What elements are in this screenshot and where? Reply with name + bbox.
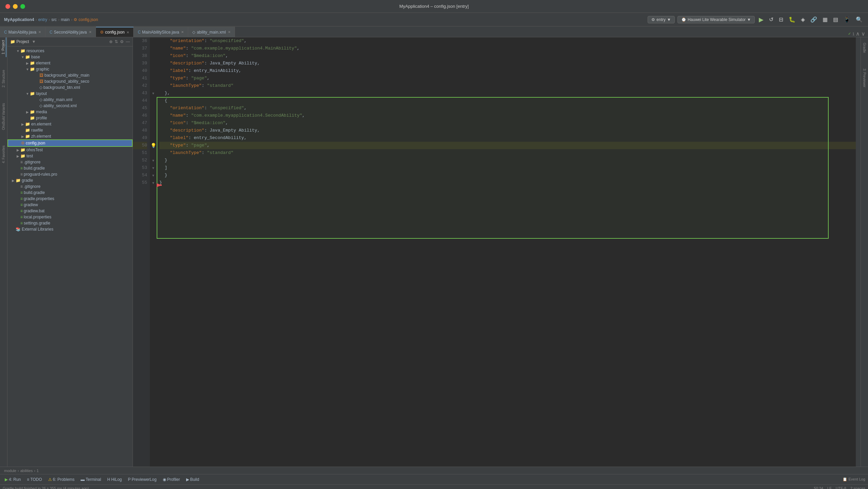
tree-bg-seco[interactable]: 🖼 background_ability_seco <box>7 78 133 84</box>
tab-config-json[interactable]: ⚙ config.json ✕ <box>96 27 134 37</box>
tree-base[interactable]: ▼ 📁 base <box>7 54 133 60</box>
tab-close-2[interactable]: ✕ <box>126 31 129 34</box>
coverage-button[interactable]: ▦ <box>821 15 829 24</box>
problems-panel[interactable]: ⚠ 6: Problems <box>46 476 77 483</box>
close-button[interactable] <box>5 4 10 9</box>
tab-close-3[interactable]: ✕ <box>181 30 184 34</box>
tree-local-props[interactable]: ≡ local.properties <box>7 214 133 220</box>
expand-icon[interactable]: ∧ <box>856 31 860 37</box>
tree-gradle-props[interactable]: ≡ gradle.properties <box>7 196 133 202</box>
editor-scrollbar[interactable] <box>856 37 861 467</box>
sidebar-item-ohos[interactable]: OhsBuild Variants <box>1 100 6 133</box>
breadcrumb-main[interactable]: main <box>61 17 70 22</box>
tab-xml-icon: ◇ <box>192 30 195 35</box>
breadcrumb-file[interactable]: ⚙ config.json <box>74 17 98 22</box>
minimize-button[interactable] <box>13 4 18 9</box>
window-controls[interactable] <box>5 4 25 9</box>
run-panel[interactable]: ▶ 4: Run <box>3 476 23 483</box>
tree-bg-main[interactable]: 🖼 background_ability_main <box>7 72 133 78</box>
tab-second-ability[interactable]: C SecondAbility.java ✕ <box>45 27 96 37</box>
tree-build-gradle2[interactable]: ≡ build.gradle <box>7 190 133 196</box>
breadcrumb-app[interactable]: MyApplication4 <box>4 17 34 22</box>
todo-panel[interactable]: ≡ TODO <box>25 476 44 483</box>
header-dropdown[interactable]: ▼ <box>32 39 36 44</box>
code-content[interactable]: "orientation": "unspecified", "name": "c… <box>157 37 856 467</box>
bottom-toolbar: ▶ 4: Run ≡ TODO ⚠ 6: Problems ▬ Terminal… <box>0 474 868 484</box>
locate-icon[interactable]: ⊕ <box>109 39 113 44</box>
attach-button[interactable]: 🔗 <box>809 15 818 24</box>
hilog-panel[interactable]: H HiLog <box>105 476 124 483</box>
tree-zh-element[interactable]: ▶ 📁 zh.element <box>7 133 133 139</box>
terminal-panel[interactable]: ▬ Terminal <box>79 476 103 483</box>
bc-1[interactable]: 1 <box>37 469 39 473</box>
tree-ability-second-xml[interactable]: ◇ ability_second.xml <box>7 103 133 109</box>
profile-button[interactable]: ◈ <box>800 15 806 24</box>
tree-build-gradle[interactable]: ≡ build.gradle <box>7 165 133 171</box>
tree-en-element[interactable]: ▶ 📁 en.element <box>7 121 133 127</box>
profiler-panel[interactable]: ◉ Profiler <box>161 476 182 483</box>
gradle-panel[interactable]: Gradle <box>862 40 867 56</box>
tree-profile[interactable]: 📁 profile <box>7 115 133 121</box>
tree-bg-btn[interactable]: ◇ background_btn.xml <box>7 84 133 91</box>
device-button[interactable]: 📱 <box>842 15 852 24</box>
indent-settings[interactable]: 2 spaces <box>850 486 865 489</box>
tab-close-1[interactable]: ✕ <box>89 30 92 34</box>
cursor-position[interactable]: 50:24 <box>814 486 823 489</box>
close-tree-icon[interactable]: — <box>126 39 130 44</box>
tree-ohostest[interactable]: ▶ 📁 ohosTest <box>7 147 133 153</box>
encoding[interactable]: UTF-8 <box>836 486 846 489</box>
tree-rawfile[interactable]: 📁 rawfile <box>7 127 133 133</box>
build-panel[interactable]: ▶ Build <box>184 476 201 483</box>
tab-close-0[interactable]: ✕ <box>38 30 41 34</box>
line-gutter: ▼ 💡 ▼ ▼ ▼ ▼ <box>150 37 157 467</box>
hint-icon[interactable]: 💡 <box>151 143 156 148</box>
tree-proguard[interactable]: ≡ proguard-rules.pro <box>7 171 133 177</box>
stop-button[interactable]: ⊟ <box>777 15 785 24</box>
event-log-link[interactable]: 📋 Event Log <box>843 477 865 482</box>
tree-settings-gradle[interactable]: ≡ settings.gradle <box>7 220 133 226</box>
breadcrumb-src[interactable]: src <box>51 17 57 22</box>
tree-gradlew-bat[interactable]: ≡ gradlew.bat <box>7 208 133 214</box>
tree-element[interactable]: ▶ 📁 element <box>7 60 133 66</box>
left-sidebar-tabs: 1: Project 2: Structure OhsBuild Variant… <box>0 37 7 467</box>
tab-main-ability[interactable]: C MainAbility.java ✕ <box>0 27 45 37</box>
file-tree-panel[interactable]: 📁 Project ▼ ⊕ ⇅ ⚙ — ▼ 📁 resources ▼ 📁 ba… <box>7 37 133 467</box>
previewer-log-panel[interactable]: P PreviewerLog <box>126 476 158 483</box>
tree-external-libs[interactable]: 📚 External Libraries <box>7 226 133 232</box>
tree-config-json[interactable]: ⚙ config.json <box>7 139 133 147</box>
maximize-button[interactable] <box>20 4 25 9</box>
tree-gitignore2[interactable]: ≡ .gitignore <box>7 183 133 190</box>
tab-close-4[interactable]: ✕ <box>228 30 231 34</box>
sidebar-item-favorites[interactable]: 4: Favorites <box>1 143 6 166</box>
bc-module[interactable]: module <box>4 469 16 473</box>
run-button[interactable]: ▶ <box>757 15 765 25</box>
collapse-icon[interactable]: ∨ <box>861 31 865 37</box>
tab-json-icon: ⚙ <box>100 30 104 35</box>
search-button[interactable]: 🔍 <box>854 15 864 24</box>
rebuild-button[interactable]: ↺ <box>768 15 775 24</box>
previewer-panel[interactable]: 3: Previewer <box>862 66 867 90</box>
breadcrumb-entry[interactable]: entry <box>38 17 47 22</box>
tree-gitignore[interactable]: ≡ .gitignore <box>7 159 133 165</box>
tree-gradlew[interactable]: ≡ gradlew <box>7 202 133 208</box>
sidebar-item-project[interactable]: 1: Project <box>1 37 6 57</box>
tree-media[interactable]: ▶ 📁 media <box>7 109 133 115</box>
collapse-all-icon[interactable]: ⇅ <box>115 39 118 44</box>
entry-dropdown[interactable]: ⚙ entry ▼ <box>648 16 675 23</box>
line-separator[interactable]: LF <box>827 486 832 489</box>
tree-gradle-root[interactable]: ▶ 📁 gradle <box>7 177 133 183</box>
sidebar-item-structure[interactable]: 2: Structure <box>1 67 6 90</box>
simulator-dropdown[interactable]: ⌚ Hauwei Lite Wearable Simulator ▼ <box>677 16 755 23</box>
debug-button[interactable]: 🐛 <box>787 15 797 24</box>
status-bar: Gradle build finished in 26 s 355 ms (4 … <box>0 484 868 489</box>
settings-icon[interactable]: ⚙ <box>120 39 124 44</box>
tree-resources[interactable]: ▼ 📁 resources <box>7 48 133 54</box>
layout-button[interactable]: ▤ <box>832 15 840 24</box>
bc-abilities[interactable]: abilities <box>20 469 33 473</box>
tab-ability-main-xml[interactable]: ◇ ability_main.xml ✕ <box>188 27 235 37</box>
tab-main-ability-slice[interactable]: C MainAbilitySlice.java ✕ <box>134 27 188 37</box>
tree-test[interactable]: ▶ 📁 test <box>7 153 133 159</box>
tree-layout[interactable]: ▼ 📁 layout <box>7 91 133 97</box>
tree-ability-main-xml[interactable]: ◇ ability_main.xml <box>7 97 133 103</box>
tree-graphic[interactable]: ▼ 📁 graphic <box>7 66 133 72</box>
